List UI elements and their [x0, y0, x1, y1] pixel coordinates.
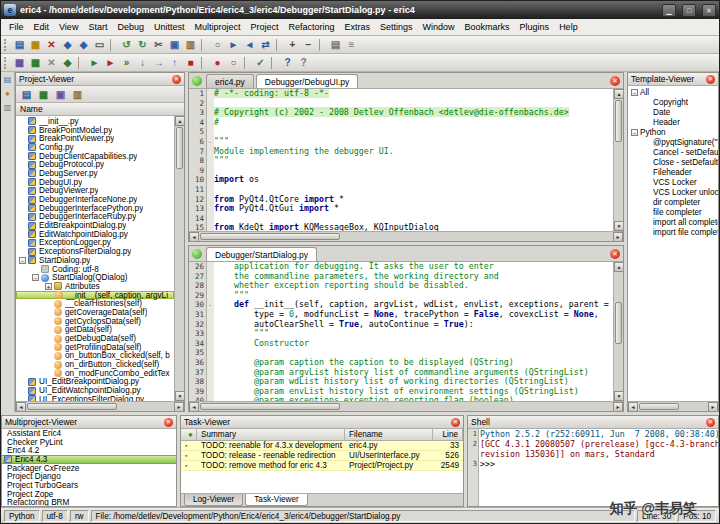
scroll-right-icon[interactable]: ► — [613, 232, 623, 242]
line-number[interactable]: 28 — [189, 281, 206, 291]
shell-titlebar[interactable]: Shell ✕ — [468, 416, 718, 429]
template-tree-item[interactable]: Fileheader — [628, 167, 718, 177]
task-row[interactable]: TODO: release - reenable redirection UI/… — [181, 451, 463, 461]
tree-expander-icon[interactable] — [644, 149, 651, 156]
fold-marker-icon[interactable] — [206, 329, 214, 339]
tree-expander-icon[interactable] — [19, 179, 26, 186]
tree-expander-icon[interactable] — [19, 153, 26, 160]
close-file-icon[interactable]: ✕ — [44, 37, 59, 52]
open-project-icon[interactable]: ▦ — [28, 55, 43, 70]
line-number[interactable]: 15 — [189, 223, 206, 231]
menubar-item[interactable]: Multiproject — [189, 20, 245, 34]
toolbar-separator[interactable] — [201, 39, 207, 51]
tree-expander-icon[interactable]: - — [631, 129, 638, 136]
tree-expander-icon[interactable] — [19, 144, 26, 151]
project-tree-item[interactable]: EditWatchpointDialog.py — [16, 230, 174, 239]
menubar-item[interactable]: Help — [554, 20, 583, 34]
project-tree-item[interactable]: DebugProtocol.py — [16, 160, 174, 169]
save-as-icon[interactable]: ◈ — [76, 37, 91, 52]
template-tree-item[interactable]: - All — [628, 87, 718, 97]
menubar-item[interactable]: Bookmarks — [460, 20, 515, 34]
run-script-icon[interactable]: ► — [87, 55, 102, 70]
line-number[interactable]: 7 — [189, 147, 206, 157]
tree-expander-icon[interactable]: - — [631, 89, 638, 96]
fold-marker-icon[interactable] — [206, 348, 214, 358]
task-viewer-titlebar[interactable]: Task-Viewer ✕ — [181, 416, 463, 429]
editor-tab[interactable]: Debugger/StartDialog.py — [206, 247, 317, 261]
fold-marker-icon[interactable] — [206, 272, 214, 282]
scroll-up-icon[interactable]: ▲ — [614, 262, 624, 272]
summary-column-header[interactable]: Summary — [197, 429, 345, 440]
project-tree-item[interactable]: __init__.py — [16, 117, 174, 126]
line-number[interactable]: 38 — [189, 377, 206, 387]
menubar-item[interactable]: Refactoring — [283, 20, 339, 34]
scrollbar-thumb[interactable] — [27, 403, 117, 410]
template-tree-item[interactable]: Date — [628, 107, 718, 117]
tree-expander-icon[interactable] — [19, 205, 26, 212]
split-view-icon[interactable]: ▥ — [2, 102, 13, 113]
titlebar[interactable]: e eric4 - /home/detlev/Development/Pytho… — [1, 1, 719, 19]
project-tree-item[interactable]: Coding: utf-8 — [16, 265, 174, 274]
tree-expander-icon[interactable] — [644, 199, 651, 206]
line-number[interactable]: 26 — [189, 262, 206, 272]
scrollbar-thumb[interactable] — [176, 127, 183, 169]
template-tree-item[interactable]: Copyright — [628, 97, 718, 107]
multiproject-item[interactable]: Refactoring BRM — [2, 499, 176, 507]
menubar-item[interactable]: Window — [418, 20, 460, 34]
tree-expander-icon[interactable] — [19, 222, 26, 229]
line-number[interactable]: 12 — [189, 195, 206, 205]
open-icon[interactable]: ▦ — [28, 37, 43, 52]
line-number[interactable]: 29 — [189, 291, 206, 301]
menubar-item[interactable]: Debug — [112, 20, 149, 34]
line-number[interactable]: 14 — [189, 214, 206, 224]
fold-marker-icon[interactable] — [206, 387, 214, 397]
others-tab-icon[interactable]: ▥ — [70, 87, 85, 102]
fold-marker-icon[interactable] — [206, 204, 214, 214]
template-tree-item[interactable]: Header — [628, 117, 718, 127]
tree-expander-icon[interactable] — [644, 189, 651, 196]
toolbar-separator[interactable] — [78, 57, 84, 69]
step-icon[interactable]: ↓ — [135, 55, 150, 70]
tree-expander-icon[interactable]: - — [19, 257, 26, 264]
fold-marker-icon[interactable] — [206, 291, 214, 301]
tree-expander-icon[interactable] — [45, 361, 52, 368]
code-editor-debugui[interactable]: 1 # -*- coding: utf-8 -*- 2 — [189, 89, 613, 231]
save-icon[interactable]: ◆ — [60, 37, 75, 52]
tree-expander-icon[interactable] — [644, 119, 651, 126]
tree-expander-icon[interactable] — [644, 159, 651, 166]
editor-bottom-vscrollbar[interactable]: ▲ ▼ — [613, 262, 623, 401]
template-tree-item[interactable]: @pyqtSignature("") — [628, 137, 718, 147]
tree-expander-icon[interactable] — [19, 187, 26, 194]
tree-expander-icon[interactable] — [19, 170, 26, 177]
multiproject-item[interactable]: Project Zope — [2, 490, 176, 499]
scroll-down-icon[interactable]: ▼ — [614, 221, 624, 231]
fold-marker-icon[interactable] — [206, 118, 214, 128]
tree-expander-icon[interactable] — [644, 209, 651, 216]
editor-tab[interactable]: eric4.py — [206, 74, 254, 88]
continue-icon[interactable]: » — [119, 55, 134, 70]
tree-expander-icon[interactable] — [32, 266, 39, 273]
task-table[interactable]: TODO: reenable for 4.3.x development eri… — [181, 441, 463, 493]
menubar-item[interactable]: Edit — [29, 20, 55, 34]
template-tree-item[interactable]: dir completer — [628, 197, 718, 207]
toolbar-separator[interactable] — [110, 39, 116, 51]
fold-marker-icon[interactable] — [206, 320, 214, 330]
fold-marker-icon[interactable] — [206, 223, 214, 231]
project-tree-item[interactable]: ExceptionLogger.py — [16, 239, 174, 248]
project-viewer-close-button[interactable]: ✕ — [172, 75, 181, 84]
fold-marker-icon[interactable] — [206, 214, 214, 224]
fold-marker-icon[interactable] — [206, 195, 214, 205]
tree-expander-icon[interactable] — [45, 309, 52, 316]
project-tree[interactable]: __init__.py BreakPointModel.py BreakPo — [16, 116, 174, 401]
fold-marker-icon[interactable]: - — [206, 137, 214, 147]
project-tree-item[interactable]: + Attributes — [16, 282, 174, 291]
project-tree-item[interactable]: EditBreakpointDialog.py — [16, 221, 174, 230]
search-next-icon[interactable]: ► — [226, 37, 241, 52]
template-viewer-close-button[interactable]: ✕ — [706, 75, 715, 84]
editor-top-vscrollbar[interactable]: ▲ ▼ — [613, 89, 623, 231]
sources-tab-icon[interactable]: ▤ — [19, 87, 34, 102]
clear-breakpoints-icon[interactable]: ○ — [226, 55, 241, 70]
project-tree-item[interactable]: on_buttonBox_clicked(self, b — [16, 352, 174, 361]
template-tree-item[interactable]: import all completers — [628, 217, 718, 227]
scroll-down-icon[interactable]: ▼ — [175, 391, 185, 401]
